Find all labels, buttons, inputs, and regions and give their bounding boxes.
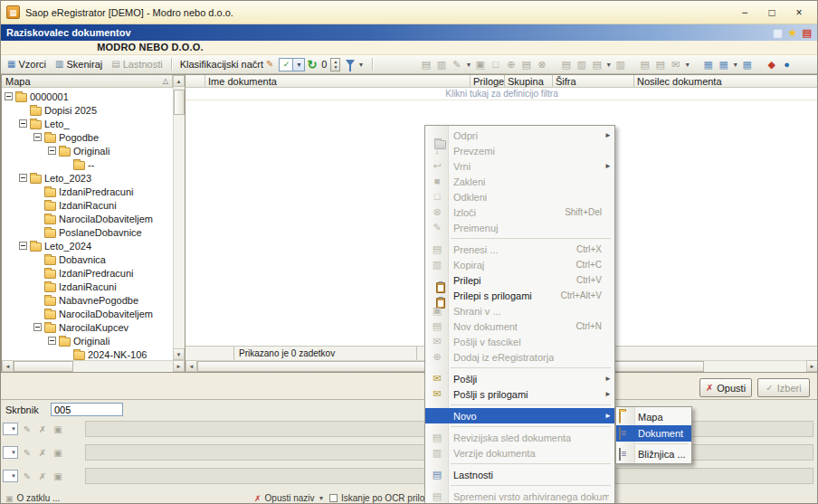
tree-node[interactable]: PoslaneDobavnice bbox=[2, 225, 173, 239]
save-icon[interactable]: ▣ bbox=[52, 446, 64, 459]
counter-spinner[interactable]: ▲ ▼ bbox=[330, 58, 340, 71]
layout-dropdown[interactable]: ▼ bbox=[3, 470, 18, 482]
menu-item-verzije-dokumenta: ▥Verzije dokumenta bbox=[425, 445, 614, 461]
tree-node[interactable]: Originali bbox=[2, 334, 173, 347]
tree-node[interactable]: Originali bbox=[2, 144, 173, 157]
folder-icon bbox=[15, 93, 27, 102]
skrbnik-input[interactable] bbox=[51, 403, 123, 416]
checkbox-icon bbox=[329, 494, 338, 502]
collapse-icon[interactable] bbox=[5, 92, 13, 100]
refresh-icon[interactable]: ↻ bbox=[307, 59, 317, 71]
layout-icon[interactable]: ▦ bbox=[773, 28, 782, 38]
report-icon[interactable]: ◆ bbox=[765, 58, 778, 71]
column-header-ime-dokumenta[interactable]: Ime dokumenta bbox=[205, 75, 471, 88]
column-header-priloge[interactable]: Priloge bbox=[471, 75, 505, 88]
tree-node[interactable]: Pogodbe bbox=[2, 130, 173, 144]
tree-node[interactable]: NarocilaDobaviteljem bbox=[2, 307, 173, 320]
collapse-icon[interactable] bbox=[19, 242, 27, 250]
collapse-icon[interactable] bbox=[48, 337, 56, 345]
menu-item-novo[interactable]: Novo► bbox=[425, 408, 614, 423]
scroll-right-icon[interactable]: ► bbox=[173, 360, 185, 372]
scroll-left-icon[interactable]: ◄ bbox=[2, 360, 14, 372]
column-header-sifra[interactable]: Šifra bbox=[553, 75, 634, 88]
filter-definition-row[interactable]: Klikni tukaj za definicijo filtra bbox=[185, 88, 818, 100]
tree-header[interactable]: Mapa △ bbox=[2, 75, 173, 88]
tree-node[interactable]: IzdaniRacuni bbox=[2, 198, 173, 212]
close-button[interactable]: × bbox=[790, 5, 808, 21]
collapse-icon[interactable] bbox=[33, 133, 42, 141]
tree-node[interactable]: 2024-NK-106 bbox=[2, 347, 173, 360]
footer-left-item[interactable]: ▣ O zatklu ... bbox=[5, 493, 60, 503]
tree-node[interactable]: 0000001 bbox=[2, 90, 173, 103]
filter-button[interactable]: ▼ bbox=[342, 57, 367, 72]
column-header-nosilec-dokumenta[interactable]: Nosilec dokumenta bbox=[634, 75, 818, 88]
skeniraj-button[interactable]: ▥ Skeniraj bbox=[52, 57, 106, 72]
tree-node[interactable]: IzdaniPredracuni bbox=[2, 185, 173, 198]
layout-dropdown[interactable]: ▼ bbox=[3, 423, 18, 435]
scroll-thumb[interactable] bbox=[14, 361, 73, 372]
submenu-item-bliznjica[interactable]: Bližnjica ... bbox=[616, 446, 691, 462]
submenu-item-mapa[interactable]: Mapa bbox=[616, 409, 691, 425]
column-header-icon[interactable] bbox=[185, 75, 205, 88]
scroll-thumb[interactable] bbox=[174, 90, 185, 115]
edit-icon[interactable]: ✎ bbox=[21, 470, 33, 482]
tree-node[interactable]: IzdaniRacuni bbox=[2, 280, 173, 293]
menu-item-poslji[interactable]: ✉Pošlji► bbox=[425, 371, 614, 386]
pdf-export-icon[interactable]: ▤ bbox=[803, 28, 812, 38]
grid-column-headers: Ime dokumenta Priloge Skupina Šifra Nosi… bbox=[185, 75, 818, 88]
tree-horizontal-scrollbar[interactable]: ◄ ► bbox=[2, 360, 185, 372]
menu-item-poslji-s-prilogami[interactable]: ✉Pošlji s prilogami► bbox=[425, 386, 614, 402]
table-view-icon[interactable]: ▦ bbox=[701, 58, 715, 71]
tree-vertical-scrollbar[interactable]: ▲ ▼ bbox=[173, 75, 185, 360]
delete-icon[interactable]: ✗ bbox=[36, 423, 49, 435]
layout-dropdown[interactable]: ▼ bbox=[3, 446, 18, 459]
tree-node[interactable]: Leto_ bbox=[2, 117, 173, 130]
chevron-down-icon[interactable]: ▼ bbox=[293, 58, 305, 71]
favorites-star-icon[interactable]: ★ bbox=[788, 28, 797, 38]
spin-down-icon[interactable]: ▼ bbox=[331, 64, 339, 71]
delete-icon[interactable]: ✗ bbox=[36, 446, 49, 459]
tree-node[interactable]: Leto_2023 bbox=[2, 171, 173, 185]
tree-node[interactable]: NarocilaKupcev bbox=[2, 320, 173, 334]
ocr-search-option[interactable]: Iskanje po OCR prilog ... bbox=[329, 493, 440, 503]
scroll-up-icon[interactable]: ▲ bbox=[173, 75, 185, 87]
scroll-left-icon[interactable]: ◄ bbox=[185, 360, 197, 372]
edit-icon[interactable]: ✎ bbox=[21, 446, 33, 459]
tree-node[interactable]: Leto_2024 bbox=[2, 239, 173, 252]
tree-node[interactable]: NabavnePogodbe bbox=[2, 293, 173, 307]
save-icon[interactable]: ▣ bbox=[52, 423, 64, 435]
column-header-skupina[interactable]: Skupina bbox=[505, 75, 553, 88]
menu-item-prilepi-s-prilogami[interactable]: Prilepi s prilogamiCtrl+Alt+V bbox=[425, 288, 614, 303]
collapse-icon[interactable] bbox=[19, 174, 27, 182]
maximize-button[interactable]: □ bbox=[763, 5, 781, 21]
opusti-naziv-button[interactable]: ✗ Opusti naziv ▼ bbox=[254, 493, 325, 503]
tree-node[interactable]: Dobavnica bbox=[2, 252, 173, 266]
save-icon: ▣ bbox=[429, 306, 445, 316]
folder-icon bbox=[30, 175, 42, 184]
tree-node[interactable]: NarocilaDobaviteljem bbox=[2, 212, 173, 225]
menu-item-lastnosti[interactable]: ▤Lastnosti bbox=[425, 467, 614, 482]
tree-node[interactable]: -- bbox=[2, 157, 173, 171]
menu-item-prilepi[interactable]: PrilepiCtrl+V bbox=[425, 272, 614, 288]
save-icon[interactable]: ▣ bbox=[52, 470, 64, 482]
grid-view-icon[interactable]: ▦ bbox=[717, 58, 730, 71]
edit-icon[interactable]: ✎ bbox=[21, 423, 33, 435]
klasifikacijski-nacrt-button[interactable]: Klasifikacijski načrt ✎ bbox=[176, 57, 278, 72]
scroll-right-icon[interactable]: ► bbox=[806, 360, 818, 372]
collapse-icon[interactable] bbox=[33, 323, 42, 331]
collapse-icon[interactable] bbox=[19, 119, 27, 128]
menu-item-revizijska-sled: ▤Revizijska sled dokumenta bbox=[425, 430, 614, 445]
collapse-icon[interactable] bbox=[48, 147, 56, 155]
toolbar-separator bbox=[372, 58, 373, 71]
vzorci-button[interactable]: ▦ Vzorci bbox=[4, 57, 50, 72]
opusti-button[interactable]: ✗ Opusti bbox=[699, 378, 752, 397]
settings-icon[interactable]: ● bbox=[780, 58, 794, 71]
scroll-down-icon[interactable]: ▼ bbox=[173, 348, 185, 360]
pivot-view-icon[interactable]: ▦ bbox=[740, 58, 754, 71]
submenu-item-dokument[interactable]: Dokument bbox=[616, 425, 691, 442]
minimize-button[interactable]: − bbox=[736, 5, 754, 21]
delete-icon[interactable]: ✗ bbox=[36, 470, 49, 482]
tree-node[interactable]: Dopisi 2025 bbox=[2, 103, 173, 117]
klasifikacija-combo[interactable]: ✓ ▼ bbox=[279, 58, 305, 71]
tree-node[interactable]: IzdaniPredracuni bbox=[2, 266, 173, 280]
